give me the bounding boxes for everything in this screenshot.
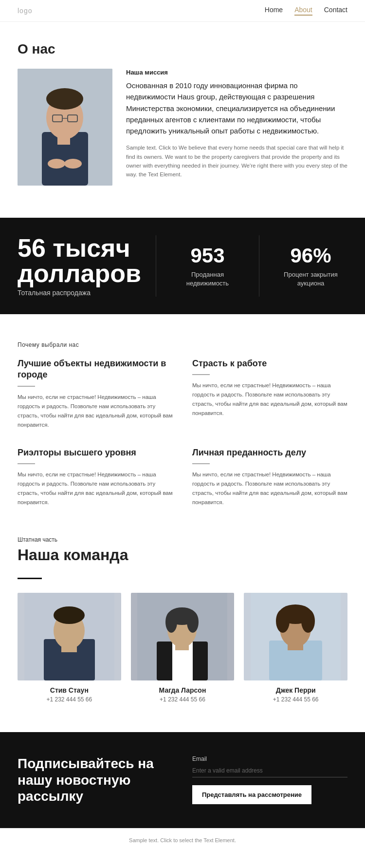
- why-item-3: Риэлторы высшего уровня Мы ничто, если н…: [18, 447, 173, 507]
- why-item-2: Страсть к работе Мы ничто, если не страс…: [192, 358, 347, 430]
- team-member-1: Стив Стаун +1 232 444 55 66: [18, 593, 121, 703]
- svg-point-8: [48, 159, 65, 169]
- why-title-3: Риэлторы высшего уровня: [18, 447, 173, 458]
- team-avatar-1: [24, 593, 114, 680]
- team-eyebrow: Штатная часть: [18, 536, 347, 543]
- svg-point-21: [187, 611, 199, 633]
- svg-rect-4: [57, 136, 70, 145]
- team-name-2: Магда Ларсон: [131, 686, 235, 694]
- nav: Home About Contact: [265, 6, 347, 16]
- team-photo-3: [244, 593, 347, 680]
- newsletter-heading: Подписывайтесь на нашу новостную рассылк…: [18, 755, 173, 805]
- stat-divider-2: [259, 235, 259, 297]
- nav-about[interactable]: About: [294, 6, 312, 16]
- team-phone-1: +1 232 444 55 66: [18, 696, 121, 703]
- why-divider-4: [192, 463, 210, 464]
- team-grid: Стив Стаун +1 232 444 55 66: [18, 593, 347, 703]
- stat-label-2: Процент закрытия аукциона: [274, 270, 347, 288]
- footer: Sample text. Click to select the Text El…: [0, 828, 365, 852]
- stat-main-number: 56 тысяч долларов: [18, 235, 141, 286]
- team-phone-2: +1 232 444 55 66: [131, 696, 235, 703]
- why-item-1: Лучшие объекты недвижимости в городе Мы …: [18, 358, 173, 430]
- about-sample-text: Sample text. Click to We believe that ev…: [126, 143, 347, 179]
- team-phone-3: +1 232 444 55 66: [244, 696, 347, 703]
- why-divider-2: [192, 374, 210, 375]
- submit-button[interactable]: Представлять на рассмотрение: [192, 785, 311, 804]
- about-image: [18, 69, 112, 186]
- team-section: Штатная часть Наша команда Стив Стаун +1…: [0, 527, 365, 722]
- newsletter-section: Подписывайтесь на нашу новостную рассылк…: [0, 732, 365, 828]
- why-text-4: Мы ничто, если не страстные! Недвижимост…: [192, 470, 347, 507]
- why-title-1: Лучшие объекты недвижимости в городе: [18, 358, 173, 381]
- svg-rect-22: [175, 644, 189, 650]
- svg-point-13: [54, 606, 85, 624]
- svg-point-3: [46, 88, 83, 110]
- why-eyebrow: Почему выбрали нас: [18, 341, 347, 348]
- mission-label: Наша миссия: [126, 69, 347, 76]
- about-text: Наша миссия Основанная в 2010 году иннов…: [126, 69, 347, 179]
- stat-main: 56 тысяч долларов Тотальная распродажа: [18, 235, 141, 297]
- team-divider: [18, 578, 42, 579]
- stat-number-2: 96%: [290, 244, 331, 267]
- why-grid: Лучшие объекты недвижимости в городе Мы …: [18, 358, 347, 507]
- page-title: О нас: [18, 41, 347, 57]
- stat-label-1: Проданная недвижимость: [171, 270, 244, 288]
- stat-item-2: 96% Процент закрытия аукциона: [274, 235, 347, 297]
- team-member-3: Джек Перри +1 232 444 55 66: [244, 593, 347, 703]
- svg-point-28: [301, 609, 315, 633]
- why-divider-1: [18, 386, 35, 387]
- email-form-group: Email: [192, 755, 347, 777]
- svg-rect-14: [61, 645, 77, 652]
- team-name-1: Стив Стаун: [18, 686, 121, 694]
- header: logo Home About Contact: [0, 0, 365, 22]
- person-illustration: [18, 69, 112, 186]
- why-item-4: Личная преданность делу Мы ничто, если н…: [192, 447, 347, 507]
- team-title: Наша команда: [18, 546, 347, 564]
- why-text-2: Мы ничто, если не страстные! Недвижимост…: [192, 381, 347, 418]
- newsletter-form: Email Представлять на рассмотрение: [192, 755, 347, 804]
- team-photo-2: [131, 593, 235, 680]
- team-photo-1: [18, 593, 121, 680]
- about-section: О нас Наша миссия: [0, 22, 365, 200]
- why-title-4: Личная преданность делу: [192, 447, 347, 458]
- stat-divider-1: [156, 235, 156, 297]
- stat-item-1: 953 Проданная недвижимость: [171, 235, 244, 297]
- team-name-3: Джек Перри: [244, 686, 347, 694]
- why-title-2: Страсть к работе: [192, 358, 347, 369]
- team-avatar-3: [251, 593, 341, 680]
- svg-point-9: [64, 159, 82, 169]
- about-main-text: Основанная в 2010 году инновационная фир…: [126, 80, 347, 136]
- why-text-1: Мы ничто, если не страстные! Недвижимост…: [18, 393, 173, 430]
- stat-main-label: Тотальная распродажа: [18, 289, 141, 297]
- why-divider-3: [18, 463, 35, 464]
- svg-rect-29: [288, 644, 303, 650]
- logo: logo: [18, 7, 32, 15]
- nav-contact[interactable]: Contact: [324, 6, 347, 16]
- stat-number-1: 953: [190, 244, 224, 267]
- svg-point-27: [276, 609, 290, 633]
- team-member-2: Магда Ларсон +1 232 444 55 66: [131, 593, 235, 703]
- stats-banner: 56 тысяч долларов Тотальная распродажа 9…: [0, 218, 365, 314]
- nav-home[interactable]: Home: [265, 6, 283, 16]
- email-label: Email: [192, 755, 347, 762]
- svg-point-20: [165, 611, 177, 633]
- email-input[interactable]: [192, 764, 347, 777]
- team-avatar-2: [137, 593, 227, 680]
- about-content: Наша миссия Основанная в 2010 году иннов…: [18, 69, 347, 186]
- why-text-3: Мы ничто, если не страстные! Недвижимост…: [18, 470, 173, 507]
- footer-text: Sample text. Click to select the Text El…: [129, 837, 236, 843]
- why-section: Почему выбрали нас Лучшие объекты недвиж…: [0, 332, 365, 527]
